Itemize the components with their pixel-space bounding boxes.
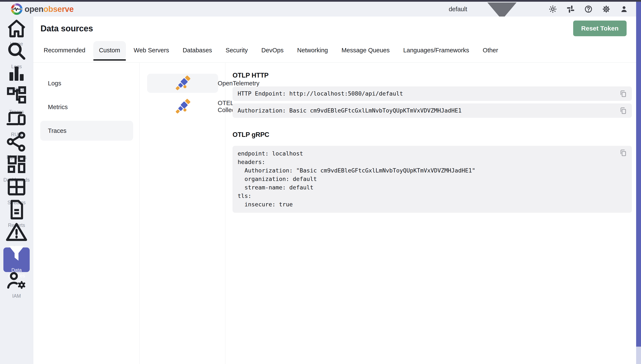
section-gap xyxy=(233,120,632,131)
copy-icon xyxy=(619,106,627,114)
code-text: Authorization: Basic cm9vdEBleGFtcGxlLmN… xyxy=(238,106,462,115)
iam-icon xyxy=(0,269,33,292)
app-header: openobserve default xyxy=(0,2,641,16)
sidebar: HomeLogsMetricsTracesRUMPipelinesDashboa… xyxy=(0,16,33,364)
section-heading: OTLP gRPC xyxy=(233,131,632,138)
copy-button[interactable] xyxy=(619,90,627,98)
code-block: endpoint: localhost headers: Authorizati… xyxy=(233,146,632,213)
page-title: Data sources xyxy=(41,24,93,33)
metrics-icon xyxy=(0,62,33,85)
code-text: endpoint: localhost headers: Authorizati… xyxy=(238,149,613,209)
main-content: Data sources Reset Token RecommendedCust… xyxy=(33,16,636,364)
logo-wordmark: openobserve xyxy=(25,5,74,14)
page-scrollbar[interactable] xyxy=(636,2,641,364)
tab-languages-frameworks[interactable]: Languages/Frameworks xyxy=(397,41,475,59)
section-heading: OTLP HTTP xyxy=(233,72,632,79)
org-selector-value: default xyxy=(449,6,467,13)
logo-text-open: open xyxy=(25,5,44,14)
slack-icon xyxy=(566,5,575,13)
code-text: HTTP Endpoint: http://localhost:5080/api… xyxy=(238,90,403,98)
appbar-action-theme-light[interactable] xyxy=(548,5,557,13)
search-icon xyxy=(0,40,33,62)
traces-icon xyxy=(0,85,33,108)
tab-other[interactable]: Other xyxy=(477,41,504,59)
appbar-action-settings[interactable] xyxy=(602,5,610,13)
copy-icon xyxy=(619,90,627,98)
tab-devops[interactable]: DevOps xyxy=(256,41,289,59)
pipelines-icon xyxy=(0,130,33,153)
copy-icon xyxy=(619,149,627,157)
tab-web-servers[interactable]: Web Servers xyxy=(128,41,175,59)
opentelemetry-logo-icon xyxy=(152,74,213,93)
help-icon xyxy=(584,5,593,13)
tab-networking[interactable]: Networking xyxy=(291,41,334,59)
openobserve-logo: openobserve xyxy=(11,4,74,15)
account-icon xyxy=(620,5,628,13)
code-block: HTTP Endpoint: http://localhost:5080/api… xyxy=(233,86,632,101)
copy-button[interactable] xyxy=(619,149,627,157)
sidebar-item-data-sources[interactable]: Data sources xyxy=(4,248,30,272)
title-row: Data sources Reset Token xyxy=(33,16,636,40)
copy-button[interactable] xyxy=(619,106,627,114)
sidebar-item-label: IAM xyxy=(12,293,21,299)
settings-icon xyxy=(602,5,610,13)
rum-icon xyxy=(0,108,33,130)
home-icon xyxy=(0,17,33,40)
appbar-action-account[interactable] xyxy=(620,5,628,13)
logo-text-observe: observe xyxy=(44,5,74,14)
tab-message-queues[interactable]: Message Queues xyxy=(336,41,395,59)
streams-icon xyxy=(0,176,33,198)
ingest-type-logs[interactable]: Logs xyxy=(40,73,133,93)
reset-token-button[interactable]: Reset Token xyxy=(573,20,626,36)
appbar-action-slack[interactable] xyxy=(566,5,575,13)
ingest-type-list: LogsMetricsTraces xyxy=(33,63,140,364)
source-opentelemetry[interactable]: OpenTelemetry xyxy=(147,74,218,93)
opentelemetry-logo-icon xyxy=(152,97,213,116)
tab-custom[interactable]: Custom xyxy=(93,41,126,59)
source-list: OpenTelemetryOTEL Collector xyxy=(140,63,225,364)
config-panel: OTLP HTTPHTTP Endpoint: http://localhost… xyxy=(225,63,636,364)
sidebar-item-iam[interactable]: IAM xyxy=(0,272,33,295)
source-otel-collector[interactable]: OTEL Collector xyxy=(147,97,218,116)
ingest-type-traces[interactable]: Traces xyxy=(40,121,133,141)
logo-ring-icon xyxy=(11,4,23,15)
category-tabs: RecommendedCustomWeb ServersDatabasesSec… xyxy=(33,40,636,63)
tab-recommended[interactable]: Recommended xyxy=(38,41,91,59)
tab-databases[interactable]: Databases xyxy=(177,41,218,59)
alerts-icon xyxy=(0,221,33,244)
appbar-action-help[interactable] xyxy=(584,5,593,13)
panels: LogsMetricsTraces OpenTelemetryOTEL Coll… xyxy=(33,63,636,364)
reports-icon xyxy=(0,198,33,221)
funnel-icon xyxy=(4,241,30,266)
code-block: Authorization: Basic cm9vdEBleGFtcGxlLmN… xyxy=(233,104,632,118)
tab-security[interactable]: Security xyxy=(220,41,254,59)
ingest-type-metrics[interactable]: Metrics xyxy=(40,97,133,117)
theme-light-icon xyxy=(548,5,557,13)
dashboards-icon xyxy=(0,153,33,176)
scrollbar-thumb[interactable] xyxy=(636,2,641,347)
